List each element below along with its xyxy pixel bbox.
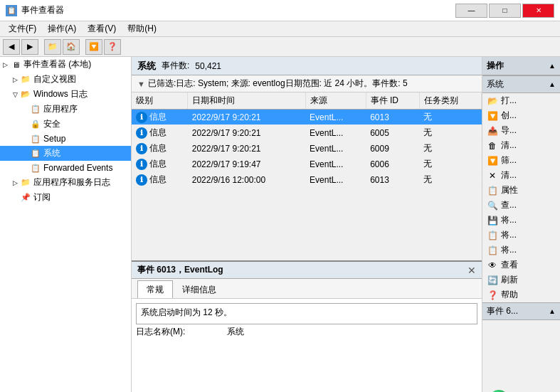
icon-folder-winlogs: 📂: [20, 89, 31, 100]
right-action-4[interactable]: 🔽 筛...: [482, 153, 560, 168]
event-count-value: 50,421: [195, 61, 221, 71]
right-action-8[interactable]: 💾 将...: [482, 213, 560, 228]
detail-close-button[interactable]: ✕: [467, 265, 476, 276]
status-logo: 净 纯净系统家园: [489, 390, 554, 393]
right-action-0[interactable]: 📂 打...: [482, 93, 560, 108]
right-action-5[interactable]: ✕ 清...: [482, 168, 560, 183]
col-level[interactable]: 级别: [132, 92, 188, 110]
table-row[interactable]: ℹ信息 2022/9/17 9:20:21 EventL... 6013 无: [132, 110, 482, 125]
sidebar-label-winlogs: Windows 日志: [33, 88, 88, 100]
cell-datetime-0: 2022/9/17 9:20:21: [188, 110, 305, 125]
toolbar-help[interactable]: ❓: [104, 39, 121, 55]
right-action-3[interactable]: 🗑 清...: [482, 138, 560, 153]
right-action-7[interactable]: 🔍 查...: [482, 198, 560, 213]
right-action-label-2: 导...: [501, 125, 517, 137]
right-action-12[interactable]: 🔄 刷新: [482, 272, 560, 287]
right-action-label-11: 查看: [501, 259, 518, 271]
cell-level-4: ℹ信息: [132, 172, 188, 188]
filter-icon: ▼: [137, 80, 145, 88]
sidebar-item-security[interactable]: 🔒 安全: [0, 117, 131, 132]
right-action-label-13: 帮助: [501, 289, 518, 301]
maximize-button[interactable]: □: [489, 4, 521, 18]
col-datetime[interactable]: 日期和时间: [188, 92, 305, 110]
col-task[interactable]: 任务类别: [419, 92, 481, 110]
menu-file[interactable]: 文件(F): [3, 21, 42, 36]
sidebar-item-setup[interactable]: 📋 Setup: [0, 132, 131, 146]
minimize-button[interactable]: —: [455, 4, 487, 18]
cell-level-0: ℹ信息: [132, 110, 188, 125]
right-action-10[interactable]: 📋 将...: [482, 243, 560, 258]
sidebar-item-winlogs[interactable]: ▽ 📂 Windows 日志: [0, 87, 131, 102]
level-icon-4: ℹ: [136, 174, 147, 186]
toolbar-filter[interactable]: 🔽: [85, 39, 102, 55]
toolbar-forward[interactable]: ▶: [21, 39, 38, 55]
sidebar-item-system[interactable]: 📋 系统: [0, 146, 131, 161]
table-row[interactable]: ℹ信息 2022/9/17 9:20:21 EventL... 6005 无: [132, 125, 482, 141]
right-action-13[interactable]: ❓ 帮助: [482, 287, 560, 302]
tab-detail[interactable]: 详细信息: [173, 281, 226, 298]
table-row[interactable]: ℹ信息 2022/9/17 9:19:47 EventL... 6006 无: [132, 157, 482, 172]
right-panel-title: 操作: [487, 60, 504, 72]
right-action-11[interactable]: 👁 查看: [482, 258, 560, 272]
menu-help[interactable]: 帮助(H): [122, 21, 162, 36]
right-section-system[interactable]: 系统 ▲: [482, 75, 560, 93]
event-table[interactable]: 级别 日期和时间 来源 事件 ID 任务类别 ℹ信息 2022/9/17 9:2…: [132, 92, 482, 260]
icon-log-forwarded: 📋: [30, 162, 41, 174]
detail-field-label: 日志名称(M):: [136, 326, 221, 338]
table-row[interactable]: ℹ信息 2022/9/17 9:20:21 EventL... 6009 无: [132, 141, 482, 157]
event-count-label: 事件数:: [162, 60, 189, 72]
right-action-label-1: 创...: [501, 110, 517, 122]
bottom-pane-header: 事件 6013，EventLog ✕: [132, 262, 482, 279]
level-icon-3: ℹ: [136, 159, 147, 170]
right-action-label-4: 筛...: [501, 154, 517, 166]
close-button[interactable]: ✕: [522, 4, 554, 18]
right-action-label-10: 将...: [501, 244, 517, 256]
pane-title: 系统: [137, 60, 156, 73]
sidebar-label-system: 系统: [43, 147, 60, 159]
cell-task-1: 无: [419, 125, 481, 141]
menu-view[interactable]: 查看(V): [82, 21, 122, 36]
col-eventid[interactable]: 事件 ID: [366, 92, 419, 110]
level-icon-2: ℹ: [136, 143, 147, 154]
toolbar-home[interactable]: 🏠: [63, 39, 80, 55]
right-action-icon-7: 🔍: [487, 200, 498, 211]
table-row[interactable]: ℹ信息 2022/9/16 12:00:00 EventL... 6013 无: [132, 172, 482, 188]
sidebar-item-custom[interactable]: ▷ 📁 自定义视图: [0, 72, 131, 87]
cell-source-0: EventL...: [305, 110, 366, 125]
right-action-icon-12: 🔄: [487, 275, 498, 286]
right-action-9[interactable]: 📋 将...: [482, 228, 560, 243]
cell-source-1: EventL...: [305, 125, 366, 141]
sidebar-item-forwarded[interactable]: 📋 Forwarded Events: [0, 161, 131, 175]
toolbar-back[interactable]: ◀: [3, 39, 20, 55]
right-action-label-8: 将...: [501, 214, 517, 226]
bottom-pane: 事件 6013，EventLog ✕ 常规 详细信息 系统启动时间为 12 秒。…: [132, 260, 482, 392]
right-action-2[interactable]: 📤 导...: [482, 123, 560, 138]
menu-action[interactable]: 操作(A): [42, 21, 82, 36]
icon-log-setup: 📋: [30, 133, 41, 144]
sidebar-label-root: 事件查看器 (本地): [23, 58, 91, 70]
right-action-icon-5: ✕: [487, 170, 498, 181]
col-source[interactable]: 来源: [305, 92, 366, 110]
sidebar-item-app[interactable]: 📋 应用程序: [0, 102, 131, 117]
cell-task-0: 无: [419, 110, 481, 125]
cell-level-2: ℹ信息: [132, 141, 188, 157]
sidebar-item-appsvc[interactable]: ▷ 📁 应用程序和服务日志: [0, 175, 131, 190]
detail-tabs: 常规 详细信息: [132, 279, 482, 299]
arrow-custom: ▷: [10, 76, 20, 83]
right-section-system-chevron: ▲: [549, 80, 556, 88]
right-action-1[interactable]: 🔽 创...: [482, 108, 560, 123]
cell-source-2: EventL...: [305, 141, 366, 157]
right-section-event[interactable]: 事件 6... ▲: [482, 302, 560, 320]
toolbar-up[interactable]: 📁: [44, 39, 61, 55]
level-icon-0: ℹ: [136, 112, 147, 123]
right-panel: 操作 ▲ 系统 ▲ 📂 打... 🔽 创... 📤 导... 🗑 清... 🔽 …: [482, 57, 560, 392]
icon-computer: 🖥: [10, 59, 21, 70]
right-action-6[interactable]: 📋 属性: [482, 183, 560, 198]
sidebar-item-subscribe[interactable]: 📌 订阅: [0, 190, 131, 205]
tab-general[interactable]: 常规: [137, 280, 173, 298]
icon-log-app: 📋: [30, 104, 41, 115]
sidebar-item-root[interactable]: ▷ 🖥 事件查看器 (本地): [0, 57, 131, 72]
right-action-icon-4: 🔽: [487, 155, 498, 166]
right-action-icon-1: 🔽: [487, 110, 498, 122]
right-action-icon-0: 📂: [487, 95, 498, 107]
